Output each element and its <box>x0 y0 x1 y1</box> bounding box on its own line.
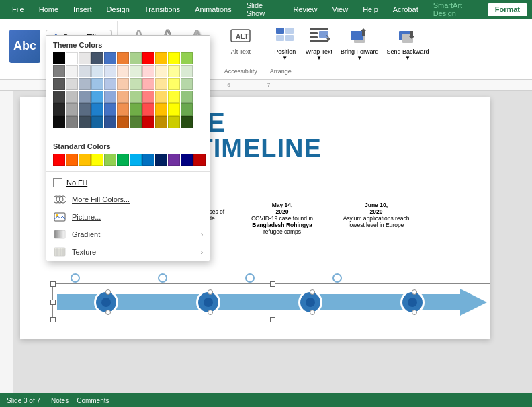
theme-swatch-4-8[interactable] <box>155 103 167 116</box>
theme-swatch-5-0[interactable] <box>53 116 65 128</box>
std-swatch-7[interactable] <box>142 154 154 166</box>
theme-swatch-3-10[interactable] <box>181 91 193 103</box>
theme-swatch-3-5[interactable] <box>117 91 129 103</box>
send-backward-button[interactable]: Send Backward ▼ <box>384 21 432 68</box>
theme-swatch-4-6[interactable] <box>130 103 142 116</box>
tab-smartart-design[interactable]: SmartArt Design <box>427 0 487 20</box>
tab-design[interactable]: Design <box>100 3 136 16</box>
theme-swatch-5-6[interactable] <box>130 116 142 128</box>
theme-swatch-5-7[interactable] <box>142 116 154 128</box>
tab-format[interactable]: Format <box>488 3 527 16</box>
theme-swatch-1-0[interactable] <box>53 65 65 77</box>
theme-swatch-1-9[interactable] <box>168 65 180 77</box>
tab-view[interactable]: View <box>326 3 355 16</box>
std-swatch-5[interactable] <box>117 154 129 166</box>
theme-swatch-3-1[interactable] <box>66 91 78 103</box>
std-swatch-11[interactable] <box>193 154 206 166</box>
theme-swatch-4-7[interactable] <box>142 103 154 116</box>
theme-swatch-4-10[interactable] <box>181 103 193 116</box>
theme-swatch-5-1[interactable] <box>66 116 78 128</box>
tab-transitions[interactable]: Transitions <box>138 3 187 16</box>
theme-swatch-2-10[interactable] <box>181 78 193 90</box>
theme-swatch-0-9[interactable] <box>168 52 180 64</box>
theme-swatch-1-1[interactable] <box>66 65 78 77</box>
tab-home[interactable]: Home <box>32 3 65 16</box>
theme-swatch-0-4[interactable] <box>104 52 116 64</box>
theme-swatch-2-4[interactable] <box>104 78 116 90</box>
abc-button[interactable]: Abc <box>9 30 40 63</box>
theme-swatch-5-8[interactable] <box>155 116 167 128</box>
theme-swatch-0-7[interactable] <box>142 52 154 64</box>
theme-swatch-2-7[interactable] <box>142 78 154 90</box>
theme-swatch-4-3[interactable] <box>91 103 103 116</box>
theme-swatch-3-8[interactable] <box>155 91 167 103</box>
theme-swatch-2-9[interactable] <box>168 78 180 90</box>
picture-item[interactable]: Picture... <box>46 208 210 226</box>
theme-swatch-2-5[interactable] <box>117 78 129 90</box>
wrap-text-drop[interactable]: ▼ <box>316 55 322 61</box>
notes-btn[interactable]: Notes <box>51 397 69 404</box>
theme-swatch-1-4[interactable] <box>104 65 116 77</box>
theme-swatch-0-1[interactable] <box>66 52 78 64</box>
theme-swatch-3-2[interactable] <box>79 91 91 103</box>
theme-swatch-3-6[interactable] <box>130 91 142 103</box>
tab-review[interactable]: Review <box>286 3 324 16</box>
more-fill-colors-item[interactable]: More Fill Colors... <box>46 191 210 208</box>
theme-swatch-4-2[interactable] <box>79 103 91 116</box>
theme-swatch-1-5[interactable] <box>117 65 129 77</box>
theme-swatch-5-2[interactable] <box>79 116 91 128</box>
theme-swatch-2-3[interactable] <box>91 78 103 90</box>
std-swatch-3[interactable] <box>91 154 103 166</box>
position-drop[interactable]: ▼ <box>282 55 287 61</box>
theme-swatch-2-1[interactable] <box>66 78 78 90</box>
theme-swatch-2-6[interactable] <box>130 78 142 90</box>
tab-file[interactable]: File <box>5 3 31 16</box>
theme-swatch-5-9[interactable] <box>168 116 180 128</box>
tab-acrobat[interactable]: Acrobat <box>386 3 425 16</box>
theme-swatch-2-2[interactable] <box>79 78 91 90</box>
theme-swatch-4-4[interactable] <box>104 103 116 116</box>
theme-swatch-0-8[interactable] <box>155 52 167 64</box>
comments-btn[interactable]: Comments <box>77 397 109 404</box>
std-swatch-0[interactable] <box>53 154 65 166</box>
theme-swatch-4-1[interactable] <box>66 103 78 116</box>
theme-swatch-0-3[interactable] <box>91 52 103 64</box>
theme-swatch-2-0[interactable] <box>53 78 65 90</box>
theme-swatch-5-5[interactable] <box>117 116 129 128</box>
theme-swatch-0-6[interactable] <box>130 52 142 64</box>
theme-swatch-0-5[interactable] <box>117 52 129 64</box>
tab-animations[interactable]: Animations <box>188 3 238 16</box>
std-swatch-8[interactable] <box>155 154 167 166</box>
wrap-text-button[interactable]: Wrap Text ▼ <box>303 21 335 68</box>
tab-insert[interactable]: Insert <box>66 3 99 16</box>
theme-swatch-0-10[interactable] <box>181 52 193 64</box>
no-fill-item[interactable]: No Fill <box>46 175 210 191</box>
send-backward-drop[interactable]: ▼ <box>405 55 410 61</box>
theme-swatch-0-0[interactable] <box>53 52 65 64</box>
tab-help[interactable]: Help <box>356 3 385 16</box>
position-button[interactable]: Position ▼ <box>270 21 300 68</box>
theme-swatch-5-10[interactable] <box>181 116 193 128</box>
theme-swatch-3-3[interactable] <box>91 91 103 103</box>
theme-swatch-3-7[interactable] <box>142 91 154 103</box>
theme-swatch-5-4[interactable] <box>104 116 116 128</box>
theme-swatch-3-4[interactable] <box>104 91 116 103</box>
std-swatch-4[interactable] <box>104 154 116 166</box>
alt-text-button[interactable]: ALT Alt Text <box>226 21 256 58</box>
std-swatch-1[interactable] <box>66 154 78 166</box>
theme-swatch-2-8[interactable] <box>155 78 167 90</box>
std-swatch-10[interactable] <box>181 154 193 166</box>
theme-swatch-4-9[interactable] <box>168 103 180 116</box>
std-swatch-6[interactable] <box>130 154 142 166</box>
theme-swatch-1-6[interactable] <box>130 65 142 77</box>
std-swatch-2[interactable] <box>79 154 91 166</box>
theme-swatch-4-5[interactable] <box>117 103 129 116</box>
theme-swatch-1-8[interactable] <box>155 65 167 77</box>
theme-swatch-5-3[interactable] <box>91 116 103 128</box>
gradient-item[interactable]: Gradient › <box>46 226 210 243</box>
theme-swatch-1-10[interactable] <box>181 65 193 77</box>
texture-item[interactable]: Texture › <box>46 243 210 261</box>
theme-swatch-3-9[interactable] <box>168 91 180 103</box>
theme-swatch-1-3[interactable] <box>91 65 103 77</box>
bring-forward-drop[interactable]: ▼ <box>357 55 362 61</box>
